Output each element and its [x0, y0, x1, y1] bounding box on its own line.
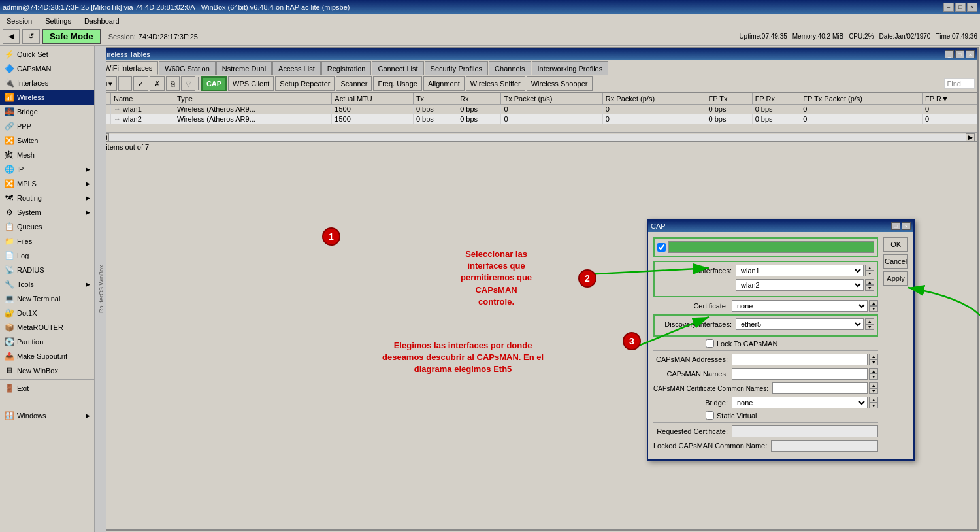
sidebar-item-windows[interactable]: 🪟 Windows ▶: [0, 408, 94, 423]
tab-channels[interactable]: Channels: [489, 61, 531, 75]
interface1-dropdown[interactable]: wlan1: [736, 265, 864, 276]
table-row[interactable]: X ↔ wlan1 Wireless (Atheros AR9... 1500 …: [98, 105, 977, 114]
bridge-spin-down[interactable]: ▼: [869, 403, 878, 408]
tab-wifi-interfaces[interactable]: WiFi Interfaces: [99, 61, 158, 75]
alignment-button[interactable]: Alignment: [423, 76, 465, 91]
safe-mode-button[interactable]: Safe Mode: [42, 29, 101, 44]
sidebar-item-ppp[interactable]: 🔗 PPP: [0, 119, 94, 133]
col-fp-tx-pkt[interactable]: FP Tx Packet (p/s): [800, 93, 923, 105]
interface2-spin-down[interactable]: ▼: [865, 285, 874, 291]
sidebar-item-routing[interactable]: 🗺 Routing ▶: [0, 191, 94, 205]
tab-nstreme-dual[interactable]: Nstreme Dual: [216, 61, 272, 75]
minimize-button[interactable]: −: [943, 3, 954, 12]
sidebar-item-wireless[interactable]: 📶 Wireless: [0, 90, 94, 105]
wireless-snooper-button[interactable]: Wireless Snooper: [527, 76, 593, 91]
sidebar-item-log[interactable]: 📄 Log: [0, 248, 94, 263]
menu-session[interactable]: Session: [3, 16, 36, 26]
sidebar-item-new-winbox[interactable]: 🖥 New WinBox: [0, 363, 94, 378]
disable-button[interactable]: ✗: [150, 76, 165, 91]
cert-cn-spin-up[interactable]: ▲: [869, 382, 878, 388]
col-rx[interactable]: Rx: [457, 93, 501, 105]
filter-button[interactable]: ▽: [181, 76, 195, 91]
certificate-dropdown[interactable]: none: [732, 300, 868, 312]
enable-button[interactable]: ✓: [133, 76, 148, 91]
enabled-checkbox[interactable]: [657, 243, 666, 252]
static-virtual-checkbox[interactable]: [706, 411, 714, 420]
discovery-spin-up[interactable]: ▲: [865, 318, 874, 324]
cert-spin-up[interactable]: ▲: [869, 300, 878, 306]
sidebar-item-bridge[interactable]: 🌉 Bridge: [0, 105, 94, 119]
sidebar-item-mpls[interactable]: 🔀 MPLS ▶: [0, 176, 94, 191]
setup-repeater-button[interactable]: Setup Repeater: [275, 76, 335, 91]
sidebar-item-interfaces[interactable]: 🔌 Interfaces: [0, 76, 94, 90]
wireless-sniffer-button[interactable]: Wireless Sniffer: [466, 76, 525, 91]
maximize-button[interactable]: □: [955, 3, 966, 12]
sidebar-item-new-terminal[interactable]: 💻 New Terminal: [0, 291, 94, 306]
discovery-dropdown[interactable]: ether5: [736, 318, 864, 330]
cap-close-button[interactable]: ×: [902, 222, 911, 230]
sidebar-item-make-supout[interactable]: 📤 Make Supout.rif: [0, 349, 94, 363]
freq-usage-button[interactable]: Freq. Usage: [373, 76, 422, 91]
interface2-dropdown[interactable]: wlan2: [736, 279, 864, 291]
tab-access-list[interactable]: Access List: [272, 61, 321, 75]
sidebar-item-tools[interactable]: 🔧 Tools ▶: [0, 277, 94, 291]
cancel-button[interactable]: Cancel: [883, 254, 908, 269]
sidebar-item-radius[interactable]: 📡 RADIUS: [0, 263, 94, 277]
refresh-button[interactable]: ↺: [22, 29, 40, 44]
col-fp-rx[interactable]: FP Rx: [752, 93, 800, 105]
enabled-input[interactable]: Enabled: [668, 241, 874, 253]
bridge-spin-up[interactable]: ▲: [869, 397, 878, 403]
menu-settings[interactable]: Settings: [41, 16, 75, 26]
sidebar-item-capsman[interactable]: 🔷 CAPsMAN: [0, 61, 94, 76]
sidebar-item-system[interactable]: ⚙ System ▶: [0, 205, 94, 220]
remove-button[interactable]: −: [118, 76, 131, 91]
cap-maximize-button[interactable]: □: [891, 222, 900, 230]
discovery-spin-down[interactable]: ▼: [865, 324, 874, 330]
tab-registration[interactable]: Registration: [321, 61, 372, 75]
sidebar-item-switch[interactable]: 🔀 Switch: [0, 133, 94, 148]
interface2-spin-up[interactable]: ▲: [865, 279, 874, 285]
cert-cn-spin-down[interactable]: ▼: [869, 388, 878, 394]
wt-minimize-button[interactable]: _: [945, 50, 954, 58]
copy-button[interactable]: ⎘: [166, 76, 180, 91]
col-mtu[interactable]: Actual MTU: [332, 93, 414, 105]
sidebar-item-ip[interactable]: 🌐 IP ▶: [0, 162, 94, 176]
menu-dashboard[interactable]: Dashboard: [80, 16, 123, 26]
col-tx-pkt[interactable]: Tx Packet (p/s): [501, 93, 602, 105]
sidebar-item-dot1x[interactable]: 🔐 Dot1X: [0, 306, 94, 320]
tab-interworking-profiles[interactable]: Interworking Profiles: [532, 61, 609, 75]
capsman-addresses-input[interactable]: [732, 354, 868, 365]
bridge-dropdown[interactable]: none: [732, 397, 868, 408]
col-name[interactable]: Name: [111, 93, 174, 105]
scanner-button[interactable]: Scanner: [336, 76, 372, 91]
sidebar-item-queues[interactable]: 📋 Queues: [0, 220, 94, 234]
col-rx-pkt[interactable]: Rx Packet (p/s): [602, 93, 706, 105]
wt-close-button[interactable]: ×: [966, 50, 975, 58]
back-button[interactable]: ◀: [3, 29, 20, 44]
col-fp-tx[interactable]: FP Tx: [706, 93, 752, 105]
names-spin-up[interactable]: ▲: [869, 368, 878, 374]
tab-security-profiles[interactable]: Security Profiles: [425, 61, 488, 75]
sidebar-item-files[interactable]: 📁 Files: [0, 234, 94, 248]
col-type[interactable]: Type: [174, 93, 332, 105]
cert-spin-down[interactable]: ▼: [869, 306, 878, 312]
sidebar-item-mesh[interactable]: 🕸 Mesh: [0, 148, 94, 162]
wt-maximize-button[interactable]: □: [955, 50, 964, 58]
tab-connect-list[interactable]: Connect List: [372, 61, 423, 75]
ok-button[interactable]: OK: [883, 237, 908, 252]
locked-capsman-input[interactable]: [771, 440, 878, 452]
names-spin-down[interactable]: ▼: [869, 374, 878, 380]
addr-spin-up[interactable]: ▲: [869, 354, 878, 359]
sidebar-item-exit[interactable]: 🚪 Exit: [0, 381, 94, 395]
col-fp-r[interactable]: FP R▼: [923, 93, 977, 105]
cap-button[interactable]: CAP: [201, 76, 227, 91]
col-tx[interactable]: Tx: [413, 93, 457, 105]
horizontal-scrollbar[interactable]: ◀ ▶: [97, 132, 977, 141]
lock-checkbox[interactable]: [706, 339, 714, 348]
apply-button[interactable]: Apply: [883, 271, 908, 286]
tab-w60g-station[interactable]: W60G Station: [159, 61, 215, 75]
addr-spin-down[interactable]: ▼: [869, 359, 878, 365]
scroll-right-button[interactable]: ▶: [966, 133, 975, 141]
interface1-spin-up[interactable]: ▲: [865, 265, 874, 271]
capsman-names-input[interactable]: [732, 368, 868, 380]
